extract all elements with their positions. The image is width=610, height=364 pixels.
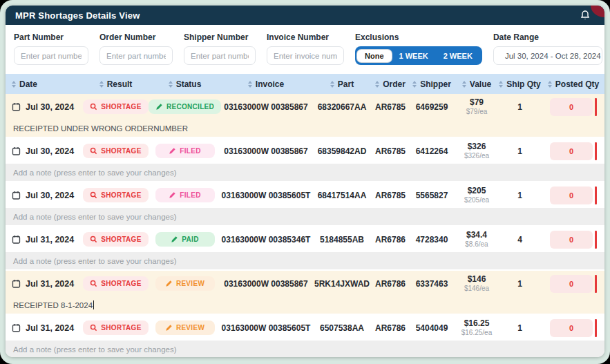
pencil-icon xyxy=(169,147,176,155)
value-cell: $34.4$8.6/ea xyxy=(456,230,497,249)
value-cell: $146$146/ea xyxy=(456,274,497,294)
posted-qty-pill[interactable]: 0 xyxy=(550,319,593,337)
exclusions-option-none[interactable]: None xyxy=(357,50,392,62)
sort-icon[interactable] xyxy=(99,81,104,88)
invoice-value: 03163000W 00385867 xyxy=(221,146,311,156)
shipper-number-input[interactable] xyxy=(184,46,256,65)
bell-icon[interactable] xyxy=(580,10,591,21)
table-row[interactable]: Jul 31, 2024 SHORTAGE PAID 03163000W 003… xyxy=(6,227,604,252)
status-badge[interactable]: RECONCILED xyxy=(149,99,221,114)
sort-icon[interactable] xyxy=(548,81,552,88)
column-header-invoice[interactable]: Invoice xyxy=(221,79,311,89)
note-input[interactable]: Add a note (press enter to save your cha… xyxy=(6,341,604,357)
status-badge[interactable]: REVIEW xyxy=(155,320,215,335)
note-input[interactable]: RECEIPTED UNDER WRONG ORDERNUMBER xyxy=(6,119,604,137)
invoice-value: 03163000W 00385605T xyxy=(221,323,311,333)
order-value: AR6786 xyxy=(373,323,408,333)
table-row-group: Jul 30, 2024 SHORTAGE FILED 03163000W 00… xyxy=(6,138,604,182)
ship-qty-value: 1 xyxy=(497,102,542,112)
invoice-value: 03163000W 00385346T xyxy=(221,235,311,245)
sort-icon[interactable] xyxy=(375,81,379,88)
column-header-value[interactable]: Value xyxy=(456,79,497,89)
result-badge[interactable]: SHORTAGE xyxy=(83,232,148,247)
shipper-number-label: Shipper Number xyxy=(184,32,256,42)
column-header-part[interactable]: Part xyxy=(311,79,373,89)
part-value: 68320667AA xyxy=(311,102,373,112)
result-badge[interactable]: SHORTAGE xyxy=(83,276,148,291)
result-badge[interactable]: SHORTAGE xyxy=(83,99,148,114)
status-badge[interactable]: FILED xyxy=(155,188,215,202)
table-row[interactable]: Jul 30, 2024 SHORTAGE FILED 03163000W 00… xyxy=(6,182,604,208)
calendar-icon xyxy=(12,235,21,244)
result-badge[interactable]: SHORTAGE xyxy=(83,188,148,202)
column-header-order[interactable]: Order xyxy=(373,79,408,89)
date-value: Jul 30, 2024 xyxy=(26,102,74,112)
table-row[interactable]: Jul 31, 2024 SHORTAGE REVIEW 03163000W 0… xyxy=(6,315,604,341)
posted-qty-cell: 0 xyxy=(542,231,604,249)
sort-icon[interactable] xyxy=(12,81,16,88)
date-value: Jul 30, 2024 xyxy=(26,146,74,156)
sort-icon[interactable] xyxy=(462,81,466,88)
date-value: Jul 31, 2024 xyxy=(26,323,74,333)
sort-icon[interactable] xyxy=(499,81,503,88)
title-bar: MPR Shortages Details View xyxy=(6,6,604,25)
column-header-result[interactable]: Result xyxy=(83,79,149,89)
part-number-input[interactable] xyxy=(14,46,88,65)
ship-qty-value: 1 xyxy=(497,323,542,333)
shipper-value: 6412264 xyxy=(408,146,456,156)
shortages-card: MPR Shortages Details View Part Number O… xyxy=(6,6,604,357)
order-number-input[interactable] xyxy=(99,46,173,65)
status-badge[interactable]: PAID xyxy=(155,232,215,247)
ship-qty-value: 1 xyxy=(497,279,542,289)
order-value: AR6785 xyxy=(373,146,408,156)
exclusions-filter: Exclusions None 1 WEEK 2 WEEK xyxy=(355,32,482,65)
result-badge[interactable]: SHORTAGE xyxy=(83,144,148,158)
table-row[interactable]: Jul 30, 2024 SHORTAGE FILED 03163000W 00… xyxy=(6,138,604,164)
note-input[interactable]: Add a note (press enter to save your cha… xyxy=(6,164,604,181)
calendar-icon xyxy=(12,279,21,288)
date-range-input[interactable]: Jul 30, 2024 - Oct 28, 2024 xyxy=(493,46,602,65)
order-number-filter: Order Number xyxy=(99,32,173,65)
table-row-group: Jul 31, 2024 SHORTAGE REVIEW 03163000W 0… xyxy=(6,315,604,357)
posted-qty-pill[interactable]: 0 xyxy=(550,186,593,204)
exclusions-option-1week[interactable]: 1 WEEK xyxy=(392,50,436,62)
result-badge[interactable]: SHORTAGE xyxy=(83,320,148,335)
shipper-number-filter: Shipper Number xyxy=(184,32,256,65)
column-header-status[interactable]: Status xyxy=(149,79,221,89)
posted-qty-pill[interactable]: 0 xyxy=(550,231,593,249)
sort-icon[interactable] xyxy=(412,81,417,88)
note-input[interactable]: RECEIPTED 8-1-2024 xyxy=(6,296,604,314)
value-cell: $79$79/ea xyxy=(456,97,497,117)
posted-qty-pill[interactable]: 0 xyxy=(550,98,593,116)
part-value: 68417514AA xyxy=(311,191,373,200)
part-value: 5RK14JXWAD xyxy=(311,279,373,289)
table-row[interactable]: Jul 30, 2024 SHORTAGE RECONCILED 0316300… xyxy=(6,94,604,119)
column-header-shipper[interactable]: Shipper xyxy=(408,79,456,89)
value-cell: $326$326/ea xyxy=(456,142,497,161)
shipper-value: 5565827 xyxy=(408,191,456,200)
sort-icon[interactable] xyxy=(169,81,173,88)
order-value: AR6785 xyxy=(373,102,408,112)
table-row[interactable]: Jul 31, 2024 SHORTAGE REVIEW 03163000W 0… xyxy=(6,271,604,296)
status-badge[interactable]: REVIEW xyxy=(155,276,215,291)
date-range-label: Date Range xyxy=(493,32,602,42)
note-input[interactable]: Add a note (press enter to save your cha… xyxy=(6,252,604,269)
order-value: AR6786 xyxy=(373,279,408,289)
column-header-posted-qty[interactable]: Posted Qty xyxy=(542,79,604,89)
pencil-icon xyxy=(171,236,178,243)
table-header: Date Result Status Invoice Part Order Sh… xyxy=(6,74,604,94)
posted-qty-pill[interactable]: 0 xyxy=(550,142,593,160)
shipper-value: 4728340 xyxy=(408,235,456,245)
posted-qty-pill[interactable]: 0 xyxy=(550,275,593,293)
column-header-ship-qty[interactable]: Ship Qty xyxy=(497,79,542,89)
sort-icon[interactable] xyxy=(330,81,334,88)
ship-qty-value: 1 xyxy=(497,146,542,156)
status-badge[interactable]: FILED xyxy=(155,144,215,158)
exclusions-option-2week[interactable]: 2 WEEK xyxy=(436,50,480,62)
invoice-number-input[interactable] xyxy=(267,46,344,65)
sort-icon[interactable] xyxy=(248,81,252,88)
note-input[interactable]: Add a note (press enter to save your cha… xyxy=(6,208,604,225)
table-row-group: Jul 31, 2024 SHORTAGE REVIEW 03163000W 0… xyxy=(6,271,604,315)
order-value: AR6786 xyxy=(373,235,408,245)
column-header-date[interactable]: Date xyxy=(6,79,83,89)
